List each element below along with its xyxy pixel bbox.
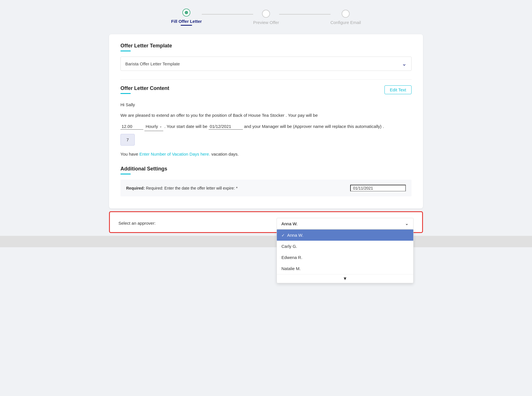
vacation-days-value: 7 — [126, 137, 129, 142]
content-underline — [120, 93, 131, 94]
pay-amount-input[interactable] — [120, 123, 143, 130]
check-icon: ✓ — [281, 233, 285, 238]
step-fill-offer-letter[interactable]: Fill Offer Letter — [171, 9, 202, 26]
dropdown-scroll-down[interactable]: ▼ — [277, 274, 413, 283]
step-active-underline — [181, 25, 192, 26]
approver-chevron-icon: ⌄ — [405, 221, 409, 226]
start-date-label: . Your start date will be — [164, 124, 207, 129]
content-header: Offer Letter Content Edit Text — [120, 85, 412, 99]
content-section-title: Offer Letter Content — [120, 85, 169, 91]
expiry-date-row: Required: Required: Enter the date the o… — [120, 180, 412, 196]
divider-1 — [120, 79, 412, 80]
template-section-title: Offer Letter Template — [120, 43, 412, 49]
additional-settings-title: Additional Settings — [120, 166, 412, 172]
approver-option-name-4: Natalie M. — [281, 266, 301, 271]
approver-option-name-3: Edwena R. — [281, 255, 302, 260]
vacation-days-input-box: 7 — [120, 134, 135, 146]
vacation-days-box: 7 — [120, 134, 412, 148]
step-label-1: Fill Offer Letter — [171, 19, 202, 24]
step-preview-offer[interactable]: Preview Offer — [253, 10, 279, 25]
approver-option-name-2: Carly G. — [281, 244, 297, 249]
step-circle-2 — [262, 10, 270, 18]
approver-option-anna[interactable]: ✓ Anna W. — [277, 230, 413, 241]
step-line-2 — [279, 14, 331, 15]
vacation-text: You have Enter Number of Vacation Days h… — [120, 150, 412, 158]
additional-settings: Additional Settings Required: Required: … — [120, 166, 412, 196]
manager-text: and your Manager will be (Approver name … — [244, 124, 384, 129]
paragraph-pay: Hourly ⌄ . Your start date will be and y… — [120, 122, 412, 131]
approver-option-edwena[interactable]: Edwena R. — [277, 252, 413, 263]
letter-body: Hi Sally We are pleased to extend an off… — [120, 101, 412, 158]
approver-section: Select an approver: Anna W. ⌄ ✓ Anna W. … — [109, 211, 423, 233]
bottom-bar — [0, 236, 532, 247]
approver-option-name-1: Anna W. — [287, 233, 303, 238]
chevron-down-icon: ⌄ — [402, 60, 407, 67]
step-line-1 — [202, 14, 253, 15]
step-label-3: Configure Email — [331, 20, 361, 25]
approver-dropdown-menu: ✓ Anna W. Carly G. Edwena R. Natalie M. … — [277, 229, 414, 283]
vacation-link[interactable]: Enter Number of Vacation Days here. — [139, 152, 210, 156]
template-dropdown[interactable]: Barista Offer Letter Template ⌄ — [120, 57, 412, 71]
expiry-date-input[interactable] — [350, 185, 406, 191]
step-configure-email[interactable]: Configure Email — [331, 10, 361, 25]
stepper: Fill Offer Letter Preview Offer Configur… — [0, 0, 532, 31]
paragraph-offer: We are pleased to extend an offer to you… — [120, 111, 412, 119]
pay-type-value: Hourly — [146, 122, 158, 130]
template-selected-value: Barista Offer Letter Template — [125, 61, 180, 66]
approver-option-natalie[interactable]: Natalie M. — [277, 263, 413, 274]
step-label-2: Preview Offer — [253, 20, 279, 25]
step-circle-3 — [342, 10, 350, 18]
template-underline — [120, 51, 131, 51]
pay-type-chevron-icon: ⌄ — [159, 123, 162, 130]
step-circle-1 — [182, 9, 190, 17]
expiry-label: Required: Required: Enter the date the o… — [126, 186, 237, 190]
approver-dropdown-wrapper: Anna W. ⌄ ✓ Anna W. Carly G. Edwena R. N… — [277, 218, 414, 229]
dropdown-scroll-icon: ▼ — [343, 276, 347, 281]
edit-text-button[interactable]: Edit Text — [384, 85, 412, 94]
main-card: Offer Letter Template Barista Offer Lett… — [109, 34, 423, 208]
approver-selected-value: Anna W. — [281, 221, 298, 226]
approver-option-carly[interactable]: Carly G. — [277, 241, 413, 252]
approver-row: Select an approver: Anna W. ⌄ ✓ Anna W. … — [118, 218, 414, 229]
pay-type-dropdown[interactable]: Hourly ⌄ — [144, 122, 163, 131]
approver-label: Select an approver: — [118, 218, 176, 226]
start-date-input[interactable] — [209, 123, 243, 130]
approver-dropdown-button[interactable]: Anna W. ⌄ — [277, 218, 414, 229]
additional-settings-underline — [120, 174, 131, 174]
greeting: Hi Sally — [120, 101, 412, 108]
